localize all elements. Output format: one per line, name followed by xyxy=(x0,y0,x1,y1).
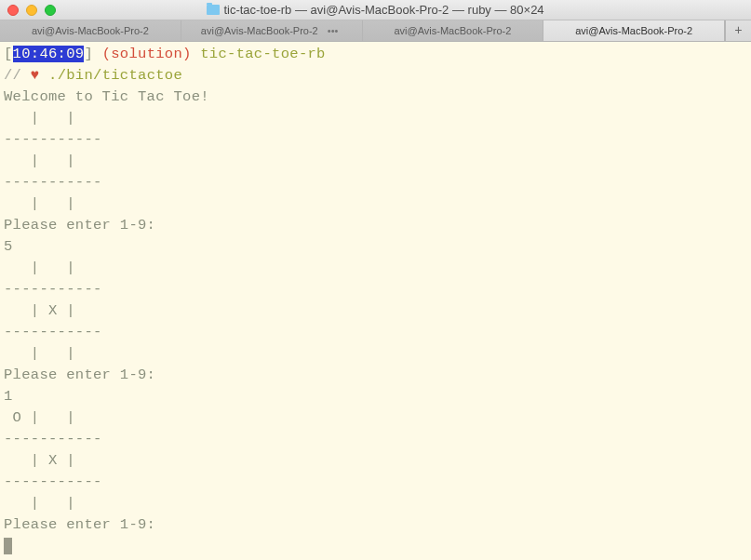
folder-icon xyxy=(207,5,220,15)
minimize-icon[interactable] xyxy=(26,5,37,16)
output-line: | | xyxy=(4,193,747,215)
tab-label: avi@Avis-MacBook-Pro-2 xyxy=(32,25,149,36)
window-titlebar: tic-tac-toe-rb — avi@Avis-MacBook-Pro-2 … xyxy=(0,0,751,20)
output-line: 1 xyxy=(4,386,747,407)
tab-1[interactable]: avi@Avis-MacBook-Pro-2 xyxy=(0,20,181,41)
output-line: O | | xyxy=(4,407,747,429)
output-line: Please enter 1-9: xyxy=(4,514,747,536)
prompt-dir: tic-tac-toe-rb xyxy=(200,46,325,62)
output-line: | | xyxy=(4,258,747,279)
output-line: ----------- xyxy=(4,472,747,493)
output-line: Please enter 1-9: xyxy=(4,215,747,236)
cmd-text: ./bin/tictactoe xyxy=(48,67,182,84)
tab-label: avi@Avis-MacBook-Pro-2 xyxy=(394,25,511,36)
tab-bar: avi@Avis-MacBook-Pro-2 avi@Avis-MacBook-… xyxy=(0,20,751,42)
tab-2[interactable]: avi@Avis-MacBook-Pro-2 ••• xyxy=(181,20,363,41)
cmd-slashes: // xyxy=(4,67,21,84)
new-tab-button[interactable]: + xyxy=(725,20,751,41)
tab-3[interactable]: avi@Avis-MacBook-Pro-2 xyxy=(363,20,544,41)
output-line: ----------- xyxy=(4,429,747,450)
close-icon[interactable] xyxy=(7,5,19,16)
tab-ellipsis-icon: ••• xyxy=(318,25,342,36)
output-line: | X | xyxy=(4,450,747,472)
cursor-line xyxy=(4,536,747,557)
terminal-area[interactable]: [10:46:09] (solution) tic-tac-toe-rb // … xyxy=(0,42,751,560)
prompt-time: 10:46:09 xyxy=(13,46,85,62)
output-line: | X | xyxy=(4,300,747,322)
output-line: | | xyxy=(4,108,747,129)
output-line: ----------- xyxy=(4,322,747,343)
output-line: ----------- xyxy=(4,129,747,151)
output-line: | | xyxy=(4,151,747,172)
heart-icon: ♥ xyxy=(31,67,40,84)
maximize-icon[interactable] xyxy=(45,5,56,16)
window-title-text: tic-tac-toe-rb — avi@Avis-MacBook-Pro-2 … xyxy=(223,3,543,17)
traffic-lights xyxy=(0,5,56,16)
prompt-lbracket: [ xyxy=(4,46,13,62)
plus-icon: + xyxy=(734,23,742,38)
prompt-line: [10:46:09] (solution) tic-tac-toe-rb xyxy=(4,44,747,65)
cursor-icon xyxy=(4,538,12,554)
output-line: Welcome to Tic Tac Toe! xyxy=(4,87,747,108)
output-line: 5 xyxy=(4,236,747,258)
window-title: tic-tac-toe-rb — avi@Avis-MacBook-Pro-2 … xyxy=(0,3,751,17)
tab-label: avi@Avis-MacBook-Pro-2 xyxy=(575,25,692,36)
tab-label: avi@Avis-MacBook-Pro-2 xyxy=(201,25,318,36)
output-line: | | xyxy=(4,343,747,365)
output-line: ----------- xyxy=(4,172,747,193)
prompt-branch: (solution) xyxy=(102,46,192,62)
tab-4[interactable]: avi@Avis-MacBook-Pro-2 xyxy=(543,20,725,41)
command-line: // ♥ ./bin/tictactoe xyxy=(4,65,747,87)
output-line: | | xyxy=(4,493,747,514)
output-line: ----------- xyxy=(4,279,747,300)
output-line: Please enter 1-9: xyxy=(4,365,747,386)
prompt-rbracket: ] xyxy=(84,46,93,62)
